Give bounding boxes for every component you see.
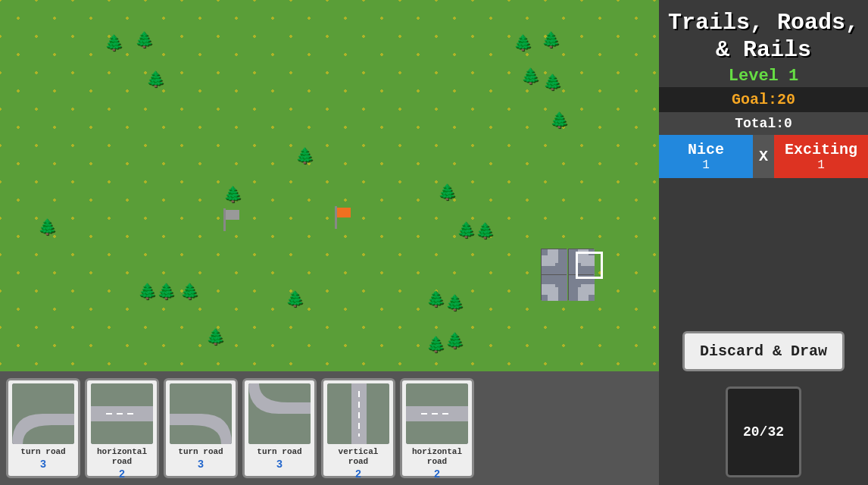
total-text: Total:0: [735, 116, 792, 131]
card-count-1: 2: [119, 468, 125, 480]
flag-orange: [335, 206, 337, 229]
tree: 🌲: [426, 338, 445, 353]
cursor-indicator: [576, 252, 603, 279]
card-label-5: horizontal road: [405, 447, 469, 467]
card-count-2: 3: [198, 458, 204, 471]
nice-button[interactable]: Nice 1: [659, 135, 753, 178]
tree: 🌲: [426, 293, 445, 308]
goal-value: 20: [777, 91, 795, 108]
card-turn-road-2[interactable]: turn road 3: [164, 378, 238, 478]
tree: 🌲: [542, 33, 560, 48]
card-image-0: [12, 383, 74, 444]
card-image-3: [248, 383, 311, 444]
card-image-2: [170, 383, 232, 444]
tree: 🌲: [457, 224, 476, 239]
tree: 🌲: [138, 285, 157, 300]
deck-counter: 20/32: [726, 386, 801, 477]
tree: 🌲: [295, 149, 314, 164]
tree: 🌲: [105, 36, 123, 52]
score-buttons: Nice 1 X Exciting 1: [659, 135, 868, 178]
card-image-5: [406, 383, 468, 444]
total-label: Total:: [735, 116, 784, 131]
discard-draw-button[interactable]: Discard & Draw: [682, 331, 845, 371]
nice-label: Nice: [688, 141, 724, 158]
tree: 🌲: [286, 293, 304, 308]
flag-gray: [223, 208, 226, 231]
card-horizontal-road-5[interactable]: horizontal road 2: [400, 378, 474, 478]
total-value: 0: [784, 116, 792, 131]
card-count-3: 3: [276, 458, 283, 471]
card-horizontal-road-1[interactable]: horizontal road 2: [85, 378, 159, 478]
tree: 🌲: [438, 186, 457, 201]
card-image-4: [327, 383, 389, 444]
card-vertical-road-4[interactable]: vertical road 2: [321, 378, 395, 478]
tree: 🌲: [476, 224, 495, 239]
card-count-5: 2: [434, 468, 440, 480]
card-count-0: 3: [40, 458, 46, 471]
tree: 🌲: [146, 73, 165, 88]
card-label-0: turn road: [20, 447, 65, 457]
map-road-tile: [541, 274, 567, 300]
game-title: Trails, Roads,& Rails: [660, 0, 866, 67]
tree: 🌲: [180, 285, 199, 300]
exciting-button[interactable]: Exciting 1: [774, 135, 868, 178]
map-road-tile: [541, 249, 567, 274]
card-label-3: turn road: [257, 447, 301, 457]
level-display: Level 1: [729, 67, 798, 86]
svg-rect-8: [542, 284, 555, 295]
deck-count-text: 20/32: [743, 424, 784, 440]
card-label-2: turn road: [178, 447, 223, 457]
svg-rect-2: [542, 255, 555, 266]
exciting-label: Exciting: [785, 141, 857, 158]
tree: 🌲: [157, 285, 176, 300]
svg-rect-11: [581, 284, 595, 295]
goal-label: Goal:: [732, 91, 777, 108]
tree: 🌲: [206, 330, 225, 346]
tree: 🌲: [521, 70, 540, 85]
card-turn-road-0[interactable]: turn road 3: [6, 378, 80, 478]
total-bar: Total:0: [659, 112, 868, 135]
card-tray: turn road 3 horizontal road 2: [0, 371, 659, 485]
tree: 🌲: [38, 221, 57, 236]
x-separator: X: [753, 135, 774, 178]
tree: 🌲: [445, 296, 464, 311]
card-image-1: [91, 383, 153, 444]
card-label-1: horizontal road: [90, 447, 154, 467]
card-count-4: 2: [355, 468, 361, 480]
tree: 🌲: [543, 76, 562, 91]
game-area: 🌲 🌲 🌲 🌲 🌲 🌲 🌲 🌲 🌲 🌲 🌲 🌲 🌲 🌲 🌲 🌲 🌲 🌲 🌲 🌲 …: [0, 0, 659, 485]
card-turn-road-3[interactable]: turn road 3: [242, 378, 317, 478]
map-canvas[interactable]: 🌲 🌲 🌲 🌲 🌲 🌲 🌲 🌲 🌲 🌲 🌲 🌲 🌲 🌲 🌲 🌲 🌲 🌲 🌲 🌲 …: [0, 0, 659, 371]
tree: 🌲: [550, 114, 569, 129]
card-label-4: vertical road: [326, 447, 390, 467]
goal-text: Goal:20: [732, 91, 795, 108]
goal-bar: Goal:20: [659, 87, 868, 112]
tree: 🌲: [445, 334, 464, 349]
nice-count: 1: [702, 158, 710, 172]
tree: 🌲: [135, 33, 154, 48]
sidebar: Trails, Roads,& Rails Level 1 Goal:20 To…: [659, 0, 868, 485]
exciting-count: 1: [817, 158, 825, 172]
tree: 🌲: [514, 36, 532, 52]
tree: 🌲: [223, 188, 242, 203]
